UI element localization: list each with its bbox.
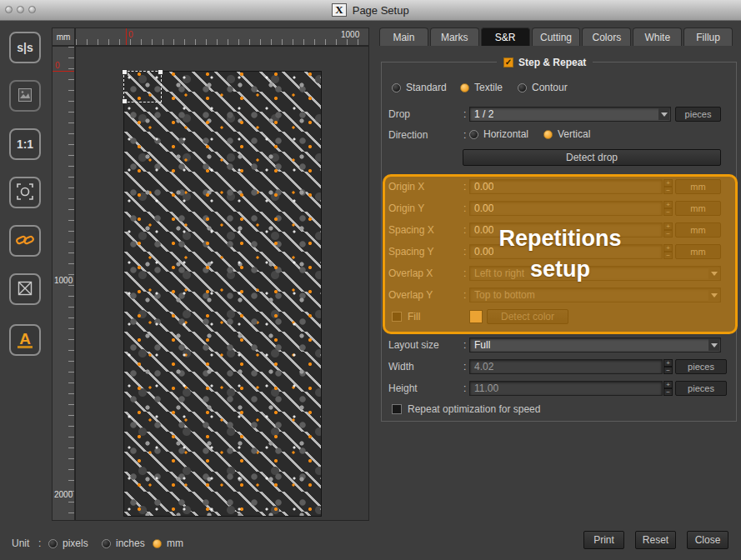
horizontal-ruler: 0 1000 [75,28,369,46]
layout-size-dropdown-arrow[interactable] [708,339,719,351]
reset-button[interactable]: Reset [635,531,676,549]
step-size-tool-button[interactable]: s|s [9,32,41,63]
drop-unit-button[interactable]: pieces [675,107,721,122]
overlap-x-dropdown-arrow[interactable] [708,268,719,279]
ruler-zero-marker-v [53,71,74,72]
radio-horizontal[interactable]: Horizontal [469,128,528,140]
pattern-preview[interactable] [123,71,322,517]
layout-size-dropdown[interactable]: Full [469,338,721,352]
drop-input[interactable]: 1 / 2 [469,107,671,122]
zoom-one-to-one-button[interactable]: 1:1 [9,128,41,160]
tab-marks[interactable]: Marks [430,28,479,46]
radio-contour[interactable]: Contour [518,82,568,93]
origin-y-unit-button[interactable]: mm [675,201,721,216]
spacing-x-input[interactable]: 0.00 [469,222,663,238]
text-tool-button[interactable]: A [9,324,41,356]
overlap-y-colon: : [463,288,466,302]
spacing-x-colon: : [463,222,466,238]
tab-s-and-r[interactable]: S&R [481,28,530,46]
fill-checkbox-row[interactable]: Fill [392,311,420,322]
radio-standard[interactable]: Standard [392,82,447,93]
height-input[interactable]: 11.00 [469,381,663,396]
origin-x-input[interactable]: 0.00 [469,179,663,194]
height-step-up[interactable]: + [663,381,673,388]
selection-handle[interactable] [122,69,128,75]
ruler-unit-label: mm [57,32,71,42]
fill-color-swatch[interactable] [469,310,483,323]
tab-fillup[interactable]: Fillup [683,28,733,46]
tab-white[interactable]: White [633,28,682,46]
selection-marquee[interactable] [123,71,162,102]
origin-x-step-down[interactable]: − [663,187,673,194]
radio-textile-dot[interactable] [460,83,469,92]
spacing-y-step-down[interactable]: − [663,252,673,259]
spacing-y-unit-button[interactable]: mm [675,244,721,259]
unit-pixels-dot[interactable] [48,539,58,548]
radio-horizontal-dot[interactable] [469,130,478,139]
radio-contour-dot[interactable] [518,83,527,92]
spacing-y-step-up[interactable]: + [663,244,673,252]
detect-drop-button[interactable]: Detect drop [463,149,721,166]
tab-cutting[interactable]: Cutting [532,28,581,46]
radio-standard-dot[interactable] [392,83,401,92]
spacing-x-step-up[interactable]: + [663,222,673,230]
width-step-up[interactable]: + [663,359,673,367]
unit-inches-dot[interactable] [102,539,111,548]
overlap-y-dropdown-arrow[interactable] [708,289,719,301]
radio-contour-label: Contour [532,82,568,93]
print-button[interactable]: Print [583,531,624,549]
height-unit-button[interactable]: pieces [675,381,727,396]
radio-textile[interactable]: Textile [460,82,503,93]
unit-mm-dot[interactable] [153,539,162,548]
step-repeat-checkbox[interactable]: ✓ [503,58,513,68]
image-preview-tool-button[interactable] [9,80,41,112]
unit-pixels-label: pixels [63,538,88,549]
height-label: Height [388,381,418,396]
repeat-optimization-checkbox[interactable] [392,404,402,414]
spacing-x-unit-button[interactable]: mm [675,222,721,238]
spacing-x-step-down[interactable]: − [663,230,673,238]
origin-x-unit-button[interactable]: mm [675,179,721,194]
fit-selection-icon [16,182,34,203]
overlap-x-dropdown[interactable]: Left to right [469,266,721,281]
fit-selection-button[interactable] [9,177,41,208]
image-icon [17,87,33,106]
selection-handle[interactable] [158,69,163,75]
width-input[interactable]: 4.02 [469,359,663,374]
overlap-y-dropdown[interactable]: Top to bottom [469,288,721,302]
width-step-down[interactable]: − [663,367,673,374]
origin-x-step-up[interactable]: + [663,179,673,187]
spacing-y-stepper[interactable]: + − [663,244,673,259]
close-button[interactable]: Close [687,531,728,549]
spacing-x-stepper[interactable]: + − [663,222,673,238]
origin-x-stepper[interactable]: + − [663,179,673,194]
one-to-one-icon: 1:1 [17,138,33,151]
origin-y-step-up[interactable]: + [663,201,673,208]
selection-handle[interactable] [122,98,128,104]
height-step-down[interactable]: − [663,388,673,396]
tile-view-button[interactable] [9,273,41,305]
step-size-icon: s|s [17,41,33,54]
repeat-optimization-row[interactable]: Repeat optimization for speed [392,403,540,415]
height-colon: : [463,381,466,396]
unit-radio-mm[interactable]: mm [153,538,183,549]
spacing-y-input[interactable]: 0.00 [469,244,663,259]
unit-radio-pixels[interactable]: pixels [48,538,88,549]
origin-y-stepper[interactable]: + − [663,201,673,216]
detect-color-button[interactable]: Detect color [487,309,568,324]
layout-preview-canvas[interactable] [75,46,369,521]
origin-y-colon: : [463,201,466,216]
link-tool-button[interactable] [9,225,41,257]
drop-dropdown-arrow[interactable] [658,108,669,120]
origin-y-step-down[interactable]: − [663,208,673,216]
width-unit-button[interactable]: pieces [675,359,727,374]
radio-vertical-dot[interactable] [543,130,553,139]
unit-radio-inches[interactable]: inches [102,538,145,549]
fill-checkbox[interactable] [392,312,402,322]
tab-colors[interactable]: Colors [582,28,631,46]
width-stepper[interactable]: + − [663,359,673,374]
origin-y-input[interactable]: 0.00 [469,201,663,216]
tab-main[interactable]: Main [379,28,428,46]
height-stepper[interactable]: + − [663,381,673,396]
radio-vertical[interactable]: Vertical [543,128,590,140]
